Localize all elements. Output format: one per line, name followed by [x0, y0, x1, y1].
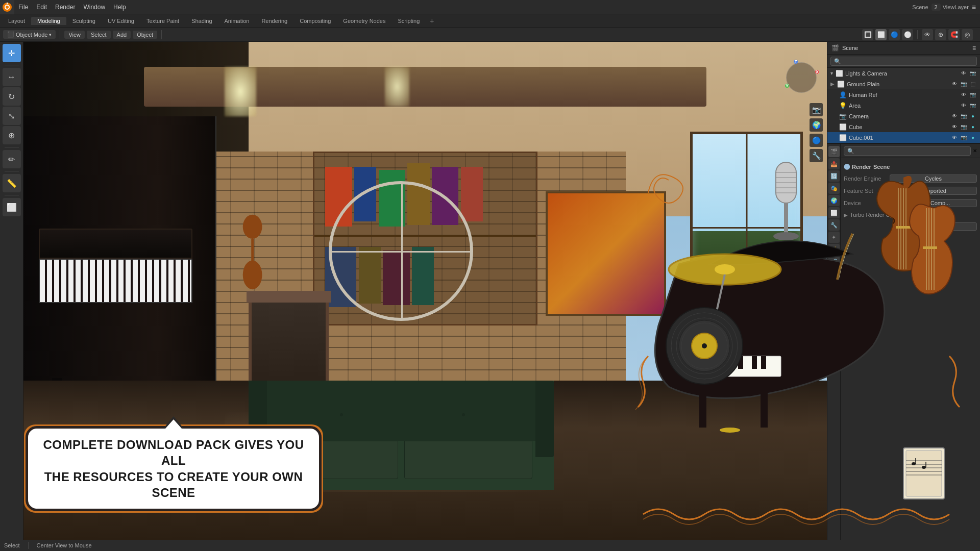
scale-tool-button[interactable]: ⤡ [3, 107, 21, 125]
rendered-view[interactable]: ⚪ [902, 29, 913, 40]
toolbar-separator-2 [161, 30, 162, 39]
select-icon-camera[interactable]: ● [969, 112, 977, 120]
viewlayer-info: 2 ViewLayer [932, 4, 969, 11]
tool-separator-1 [5, 65, 19, 65]
overlays-button[interactable]: 👁 [922, 29, 933, 40]
tab-uv-editing[interactable]: UV Editing [102, 17, 140, 25]
measure-tool-button[interactable]: 📏 [3, 174, 21, 192]
render-visibility-icon-ground[interactable]: 📷 [960, 80, 968, 88]
solid-shading[interactable]: ⬜ [875, 29, 887, 40]
human-ref-icon: 👤 [839, 91, 847, 99]
left-scroll-decoration [635, 356, 648, 410]
outliner-item-lights-camera[interactable]: ▾ ⬜ Lights & Camera 👁 📷 [827, 68, 980, 79]
outliner-item-camera[interactable]: 📷 Camera 👁 📷 ● [827, 111, 980, 121]
menu-render[interactable]: Render [51, 3, 79, 12]
tab-animation[interactable]: Animation [218, 17, 256, 25]
ceiling-light-2 [385, 67, 409, 107]
proportional-edit-button[interactable]: ◎ [962, 29, 973, 40]
gizmos-button[interactable]: ⊕ [935, 29, 946, 40]
tab-compositing[interactable]: Compositing [293, 17, 337, 25]
move-tool-button[interactable]: ↔ [3, 68, 21, 86]
gizmo-circle [786, 62, 817, 93]
view-menu-button[interactable]: View [64, 31, 85, 39]
status-bar: Select Center View to Mouse [0, 540, 980, 551]
outliner-search-input[interactable] [830, 57, 977, 66]
render-visibility-icon-lights[interactable]: 📷 [969, 69, 977, 78]
rotate-tool-button[interactable]: ↻ [3, 87, 21, 106]
select-menu-button[interactable]: Select [87, 31, 111, 39]
area-light-icon: 💡 [839, 102, 847, 110]
outliner-item-ground-plain[interactable]: ▶ ⬜ Ground Plain 👁 📷 ⬚ [827, 79, 980, 89]
ceiling-light-1 [225, 67, 257, 117]
snap-button[interactable]: 🧲 [948, 29, 960, 40]
visibility-icon-cube001[interactable]: 👁 [950, 134, 959, 142]
visibility-icon-lights[interactable]: 👁 [960, 69, 968, 78]
top-menu-bar: File Edit Render Window Help Scene 2 Vie… [0, 0, 980, 14]
material-preview[interactable]: 🔵 [889, 29, 900, 40]
filter-outliner-icon[interactable]: ≡ [972, 44, 976, 52]
visibility-icon-human[interactable]: 👁 [960, 91, 968, 99]
status-center-label: Center View to Mouse [37, 542, 92, 548]
outliner-item-cube001[interactable]: ⬜ Cube.001 👁 📷 ● [827, 132, 980, 143]
tab-layout[interactable]: Layout [2, 17, 31, 25]
tool-separator-2 [5, 147, 19, 147]
header-toolbar: ⬛ Object Mode ▾ View Select Add Object 🔳… [0, 28, 980, 42]
select-tool-button[interactable]: ✛ [3, 44, 21, 62]
tab-texture-paint[interactable]: Texture Paint [140, 17, 185, 25]
scene-title: Scene [842, 45, 858, 51]
tab-sculpting[interactable]: Sculpting [66, 17, 102, 25]
outliner-item-cube[interactable]: ⬜ Cube 👁 📷 ● [827, 121, 980, 132]
viewport-world-button[interactable]: 🌍 [810, 118, 823, 132]
tool-separator-3 [5, 171, 19, 171]
transform-tool-button[interactable]: ⊕ [3, 126, 21, 144]
filter-icon[interactable]: ≡ [972, 3, 976, 11]
gizmo-x-axis[interactable]: X [815, 70, 819, 74]
add-object-tool-button[interactable]: ⬜ [3, 198, 21, 216]
visibility-icon-cube[interactable]: 👁 [950, 123, 959, 131]
wireframe-toggle[interactable]: 🔳 [862, 29, 873, 40]
render-icon-camera[interactable]: 📷 [960, 112, 968, 120]
tab-scripting[interactable]: Scripting [391, 17, 426, 25]
workspace-tabs: Layout Modeling Sculpting UV Editing Tex… [0, 14, 980, 28]
tab-shading[interactable]: Shading [185, 17, 218, 25]
select-icon-cube001[interactable]: ● [969, 134, 977, 142]
select-visibility-icon-ground[interactable]: ⬚ [969, 80, 977, 88]
render-icon-human[interactable]: 📷 [969, 91, 977, 99]
visibility-icon-camera[interactable]: 👁 [950, 112, 959, 120]
menu-help[interactable]: Help [109, 3, 130, 12]
viewport-camera-button[interactable]: 📷 [810, 103, 823, 116]
blender-logo [0, 0, 14, 14]
outliner-item-human-ref[interactable]: 👤 Human Ref 👁 📷 [827, 89, 980, 100]
tab-modeling[interactable]: Modeling [31, 17, 66, 25]
menu-window[interactable]: Window [79, 3, 109, 12]
top-decoration [648, 174, 683, 203]
collection-icon-lights: ⬜ [835, 69, 843, 78]
menu-edit[interactable]: Edit [32, 3, 51, 12]
menu-file[interactable]: File [14, 3, 32, 12]
visibility-icon-area[interactable]: 👁 [960, 102, 968, 110]
visibility-icon-ground[interactable]: 👁 [950, 80, 959, 88]
bubble-text-line2: THE RESOURCES TO CREATE YOUR OWN SCENE [40, 469, 307, 500]
tab-rendering[interactable]: Rendering [255, 17, 293, 25]
select-icon-cube[interactable]: ● [969, 123, 977, 131]
gizmo-z-axis[interactable]: Z [794, 60, 798, 64]
outliner-label-ground-plain: Ground Plain [847, 81, 948, 87]
render-icon-area[interactable]: 📷 [969, 102, 977, 110]
viewport-material-button[interactable]: 🔵 [810, 134, 823, 147]
object-menu-button[interactable]: Object [133, 31, 157, 39]
svg-point-2 [6, 6, 9, 9]
object-mode-dropdown[interactable]: ⬛ Object Mode ▾ [3, 30, 56, 39]
svg-point-55 [922, 466, 926, 469]
tab-geometry-nodes[interactable]: Geometry Nodes [337, 17, 391, 25]
render-icon-cube[interactable]: 📷 [960, 123, 968, 131]
outliner-item-area[interactable]: 💡 Area 👁 📷 [827, 100, 980, 111]
annotate-tool-button[interactable]: ✏ [3, 150, 21, 168]
render-icon-cube001[interactable]: 📷 [960, 134, 968, 142]
add-menu-button[interactable]: Add [113, 31, 131, 39]
scene-icon: 🎬 [831, 44, 839, 52]
add-workspace-button[interactable]: + [426, 16, 438, 26]
vinyl-record-illustration [666, 308, 743, 384]
violin-decoration [240, 201, 264, 300]
gizmo-y-axis[interactable]: Y [785, 84, 789, 88]
cube-icon: ⬜ [839, 123, 847, 131]
